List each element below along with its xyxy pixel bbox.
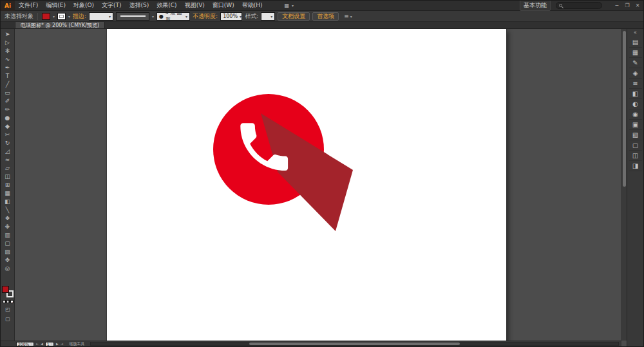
pathfinder-panel-icon[interactable]: ◨ <box>629 161 642 171</box>
close-button[interactable]: ✕ <box>634 3 641 8</box>
workspace-switcher[interactable]: 基本功能 <box>520 0 551 11</box>
drawing-modes-icon[interactable]: ◰ <box>2 305 14 313</box>
lasso-tool[interactable]: ∿ <box>2 55 14 64</box>
chevron-down-icon[interactable]: ▾ <box>269 14 272 19</box>
transparency-panel-icon[interactable]: ◐ <box>629 99 642 109</box>
last-artboard-icon[interactable]: ⇥ <box>61 342 63 346</box>
document-setup-button[interactable]: 文档设置 <box>278 12 310 21</box>
color-panel-icon[interactable]: ▤ <box>629 37 642 48</box>
gradient-mode-button[interactable] <box>6 300 10 303</box>
fill-stroke-indicator[interactable] <box>2 286 14 297</box>
profile-caret-icon[interactable]: ▾ <box>152 14 154 19</box>
arrange-documents-icon[interactable]: ▦ <box>283 3 291 8</box>
selection-tool[interactable]: ➤ <box>2 30 14 39</box>
align-panel-icon[interactable]: ◫ <box>629 151 642 161</box>
next-artboard-icon[interactable]: ▶ <box>56 342 59 346</box>
opacity-field[interactable]: 100% ▾ <box>220 12 242 21</box>
menu-window[interactable]: 窗口(W) <box>209 1 238 10</box>
menu-help[interactable]: 帮助(H) <box>238 1 267 10</box>
control-panel-menu[interactable]: ≡ ▾ <box>344 13 352 19</box>
blob-brush-tool[interactable]: ● <box>2 114 14 122</box>
menu-file[interactable]: 文件(F) <box>15 1 42 10</box>
stroke-color-swatch[interactable] <box>57 13 66 20</box>
line-segment-tool[interactable]: ╱ <box>2 80 14 89</box>
chevron-down-icon: ▾ <box>30 342 32 346</box>
color-mode-button[interactable] <box>3 300 6 303</box>
symbol-sprayer-tool[interactable]: ❉ <box>2 223 14 231</box>
direct-selection-tool[interactable]: ▷ <box>2 39 14 47</box>
vertical-scrollbar-thumb[interactable] <box>623 31 626 187</box>
menu-type[interactable]: 文字(T) <box>98 1 126 10</box>
dock-icons: ▤ ▦ ✎ ◈ ≡ ◧ ◐ ◉ ▣ ▧ ▢ ◫ <box>629 37 642 171</box>
width-profile-dropdown[interactable] <box>116 12 149 21</box>
gradient-tool[interactable]: ◧ <box>2 198 14 206</box>
horizontal-scrollbar-thumb[interactable] <box>249 342 460 345</box>
appearance-panel-icon[interactable]: ◉ <box>629 109 642 120</box>
opacity-label[interactable]: 不透明度: <box>193 12 218 21</box>
brushes-panel-icon[interactable]: ✎ <box>629 58 642 68</box>
chevron-down-icon[interactable]: ▾ <box>107 14 111 19</box>
menu-view[interactable]: 视图(V) <box>181 1 209 10</box>
graphic-styles-panel-icon[interactable]: ▣ <box>629 120 642 130</box>
pen-tool[interactable]: ✒ <box>2 64 14 72</box>
menu-edit[interactable]: 编辑(E) <box>42 1 70 10</box>
menu-object[interactable]: 对象(O) <box>70 1 98 10</box>
zoom-tool[interactable]: ◎ <box>2 265 14 273</box>
scissors-tool[interactable]: ✂ <box>2 131 14 139</box>
layers-panel-icon[interactable]: ▧ <box>629 130 642 140</box>
artboard-number-field[interactable]: 1▾ <box>45 342 54 346</box>
divider <box>37 13 38 20</box>
chevron-down-icon[interactable]: ▾ <box>184 14 187 19</box>
eraser-tool[interactable]: ◆ <box>2 122 14 131</box>
artboard[interactable] <box>107 29 506 341</box>
preferences-button[interactable]: 首选项 <box>312 12 339 21</box>
fill-swatch[interactable] <box>2 286 9 293</box>
scale-tool[interactable]: ◿ <box>2 147 14 156</box>
search-input[interactable] <box>556 2 602 9</box>
paintbrush-tool[interactable]: ✐ <box>2 97 14 106</box>
document-tab[interactable]: 电话图标* @ 200% (CMYK/预览) <box>15 22 105 28</box>
rotate-tool[interactable]: ↻ <box>2 139 14 147</box>
stroke-caret-icon[interactable]: ▾ <box>68 14 70 19</box>
stroke-weight-field[interactable]: ▾ <box>89 12 113 21</box>
zoom-level-field[interactable]: 200%▾ <box>16 342 34 346</box>
rectangle-tool[interactable]: ▭ <box>2 89 14 97</box>
gradient-panel-icon[interactable]: ◧ <box>629 89 642 99</box>
blend-tool[interactable]: ❖ <box>2 214 14 223</box>
brush-definition-field[interactable]: ● 5 点 圆形 ▾ <box>156 12 190 21</box>
width-tool[interactable]: ≈ <box>2 156 14 164</box>
restore-button[interactable]: ❐ <box>624 3 630 8</box>
hand-tool[interactable]: ✥ <box>2 256 14 265</box>
stroke-panel-icon[interactable]: ≡ <box>629 79 642 89</box>
chevron-down-icon[interactable]: ▾ <box>292 3 294 8</box>
column-graph-tool[interactable]: ▥ <box>2 231 14 239</box>
screen-mode-icon[interactable]: ▢ <box>2 315 14 323</box>
artboards-panel-icon[interactable]: ▢ <box>629 140 642 151</box>
eyedropper-tool[interactable]: ╲ <box>2 206 14 214</box>
vertical-scrollbar[interactable] <box>621 29 627 341</box>
canvas[interactable] <box>15 29 621 341</box>
minimize-button[interactable]: ─ <box>614 3 620 8</box>
menu-select[interactable]: 选择(S) <box>126 1 153 10</box>
first-artboard-icon[interactable]: ⇤ <box>36 342 39 346</box>
horizontal-scrollbar[interactable] <box>90 342 619 346</box>
fill-color-swatch[interactable] <box>42 13 50 20</box>
swatches-panel-icon[interactable]: ▦ <box>629 48 642 58</box>
style-field[interactable]: ▾ <box>261 12 275 21</box>
chevron-down-icon[interactable]: ▾ <box>238 14 242 19</box>
magic-wand-tool[interactable]: ✻ <box>2 47 14 55</box>
none-mode-button[interactable] <box>10 300 14 303</box>
artboard-tool[interactable]: ▢ <box>2 239 14 248</box>
perspective-grid-tool[interactable]: ⊞ <box>2 181 14 189</box>
expand-panels-icon[interactable]: « <box>634 30 637 37</box>
type-tool[interactable]: T <box>2 72 14 80</box>
previous-artboard-icon[interactable]: ◀ <box>41 342 43 346</box>
slice-tool[interactable]: ▨ <box>2 248 14 256</box>
fill-caret-icon[interactable]: ▾ <box>53 14 55 19</box>
stroke-weight-label[interactable]: 描边: <box>73 12 86 21</box>
mesh-tool[interactable]: ▦ <box>2 189 14 198</box>
pencil-tool[interactable]: ✏ <box>2 106 14 114</box>
free-transform-tool[interactable]: ▱ <box>2 164 14 173</box>
shape-builder-tool[interactable]: ◫ <box>2 173 14 181</box>
symbols-panel-icon[interactable]: ◈ <box>629 68 642 79</box>
